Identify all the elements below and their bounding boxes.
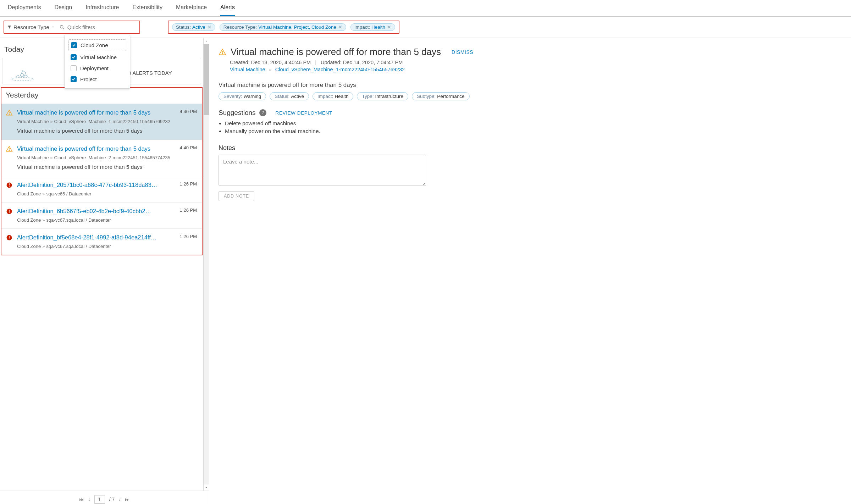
dropdown-item-virtual-machine[interactable]: Virtual Machine (68, 52, 126, 63)
alert-title: Virtual machine is powered off for more … (17, 109, 150, 116)
alert-time: 1:26 PM (180, 207, 197, 213)
chevron-down-icon (51, 25, 55, 29)
alert-item[interactable]: AlertDefinition_bf5e68e4-28f1-4992-af8d-… (1, 228, 202, 255)
tab-infrastructure[interactable]: Infrastructure (85, 4, 119, 16)
alert-title: AlertDefinition_20571bc0-a68c-477c-bb93-… (17, 181, 157, 189)
svg-line-1 (63, 28, 64, 29)
suggestions-header: Suggestions 2 REVIEW DEPLOYMENT (219, 109, 842, 117)
tab-extensibility[interactable]: Extensibility (132, 4, 162, 16)
close-icon[interactable]: ✕ (208, 24, 211, 30)
close-icon[interactable]: ✕ (387, 24, 391, 30)
scroll-up-icon[interactable] (204, 38, 209, 44)
dropdown-item-label: Virtual Machine (80, 54, 117, 60)
svg-rect-9 (9, 183, 10, 185)
dropdown-item-cloud-zone[interactable]: Cloud Zone (68, 39, 126, 51)
created-value: Dec 13, 2020, 4:40:46 PM (251, 60, 311, 65)
scroll-thumb[interactable] (204, 44, 209, 115)
pager-prev-icon[interactable]: ‹ (88, 497, 90, 502)
svg-point-0 (60, 25, 63, 28)
resource-type-dropdown-button[interactable]: Resource Type (7, 24, 55, 30)
notes-label: Notes (219, 144, 842, 152)
alert-detail-panel: Virtual machine is powered off for more … (209, 38, 851, 504)
empty-illustration-icon (9, 63, 35, 83)
alert-time: 4:40 PM (180, 109, 197, 114)
pill-impact: Impact:Health (313, 92, 353, 100)
pager-page-input[interactable]: 1 (94, 495, 105, 504)
chip-key: Impact: (354, 24, 370, 30)
svg-point-3 (21, 73, 24, 77)
chevron-right-icon: » (42, 244, 45, 249)
dropdown-item-label: Project (80, 76, 97, 82)
scroll-track[interactable] (204, 44, 209, 484)
warning-icon (6, 109, 13, 117)
alert-breadcrumb: Cloud Zone»sqa-vc67.sqa.local / Datacent… (17, 244, 197, 249)
chip-status[interactable]: Status: Active ✕ (172, 23, 215, 31)
checkbox-icon[interactable] (71, 54, 77, 60)
svg-point-18 (222, 53, 223, 54)
detail-title: Virtual machine is powered off for more … (231, 46, 441, 57)
resource-type-dropdown[interactable]: Cloud Zone Virtual Machine Deployment Pr… (65, 35, 130, 89)
dropdown-item-label: Cloud Zone (81, 42, 108, 48)
pager-first-icon[interactable]: ⏮ (79, 497, 84, 502)
quick-filters-input[interactable]: Quick filters (59, 24, 95, 30)
chip-impact[interactable]: Impact: Health ✕ (350, 23, 395, 31)
dismiss-button[interactable]: DISMISS (452, 49, 473, 55)
tab-marketplace[interactable]: Marketplace (176, 4, 207, 16)
tab-design[interactable]: Design (54, 4, 72, 16)
alert-time: 1:26 PM (180, 234, 197, 239)
detail-message: Virtual machine is powered off for more … (219, 82, 842, 89)
pager-last-icon[interactable]: ⏭ (125, 497, 130, 502)
close-icon[interactable]: ✕ (338, 24, 342, 30)
suggestion-item: Delete powered off machines (225, 120, 842, 127)
breadcrumb-name-link[interactable]: Cloud_vSphere_Machine_1-mcm222450-155465… (275, 67, 405, 72)
alert-title: AlertDefinition_bf5e68e4-28f1-4992-af8d-… (17, 234, 156, 241)
filter-bar: Resource Type Quick filters Cloud Zone V… (0, 17, 851, 38)
review-deployment-button[interactable]: REVIEW DEPLOYMENT (276, 110, 332, 116)
alert-list: Virtual machine is powered off for more … (1, 104, 202, 255)
pager-total: / 7 (109, 497, 115, 502)
alert-item[interactable]: AlertDefinition_20571bc0-a68c-477c-bb93-… (1, 176, 202, 202)
alert-item[interactable]: Virtual machine is powered off for more … (1, 140, 202, 176)
chip-key: Resource Type: (223, 24, 257, 30)
dropdown-item-project[interactable]: Project (68, 74, 126, 85)
checkbox-icon[interactable] (71, 76, 77, 82)
checkbox-icon[interactable] (71, 65, 77, 71)
alert-time: 4:40 PM (180, 145, 197, 150)
add-note-button[interactable]: ADD NOTE (219, 191, 254, 201)
svg-rect-13 (9, 212, 10, 213)
warning-icon (219, 48, 226, 56)
alert-time: 1:26 PM (180, 181, 197, 187)
search-icon (59, 24, 65, 30)
tab-alerts[interactable]: Alerts (220, 4, 235, 16)
suggestions-list: Delete powered off machinesManually powe… (225, 120, 842, 134)
alert-item[interactable]: AlertDefinition_6b5667f5-eb02-4b2e-bcf9-… (1, 202, 202, 228)
tab-deployments[interactable]: Deployments (8, 4, 41, 16)
alert-title: Virtual machine is powered off for more … (17, 145, 150, 153)
main-layout: Today NO ALERTS TODAY NO ALERTS TODAY (0, 38, 851, 504)
alert-desc: Virtual machine is powered off for more … (17, 164, 197, 170)
scroll-down-icon[interactable] (204, 484, 209, 491)
chip-resource-type[interactable]: Resource Type: Virtual Machine, Project,… (220, 23, 346, 31)
alerts-list-panel: Today NO ALERTS TODAY NO ALERTS TODAY (0, 38, 209, 504)
alert-item[interactable]: Virtual machine is powered off for more … (1, 104, 202, 140)
pill-subtype: Subtype:Performance (412, 92, 470, 100)
chevron-right-icon: » (50, 155, 53, 160)
suggestions-count-badge: 2 (259, 109, 266, 116)
checkbox-icon[interactable] (71, 42, 77, 48)
breadcrumb-type-link[interactable]: Virtual Machine (230, 67, 265, 72)
svg-point-5 (9, 114, 10, 115)
left-scrollbar[interactable] (203, 38, 209, 491)
alert-breadcrumb: Cloud Zone»sqa-vc65 / Datacenter (17, 191, 197, 196)
notes-textarea[interactable] (219, 155, 426, 186)
updated-value: Dec 14, 2020, 7:04:47 PM (343, 60, 403, 65)
dropdown-item-label: Deployment (80, 65, 109, 71)
svg-point-2 (11, 78, 33, 81)
pager-next-icon[interactable]: › (119, 497, 121, 502)
alert-desc: Virtual machine is powered off for more … (17, 128, 197, 134)
alert-title: AlertDefinition_6b5667f5-eb02-4b2e-bcf9-… (17, 207, 151, 215)
dropdown-item-deployment[interactable]: Deployment (68, 63, 126, 74)
quick-filters-placeholder: Quick filters (67, 24, 95, 30)
pill-severity: Severity:Warning (219, 92, 266, 100)
today-empty-text: NO ALERTS TODAY (123, 70, 172, 76)
filter-icon (7, 25, 12, 29)
